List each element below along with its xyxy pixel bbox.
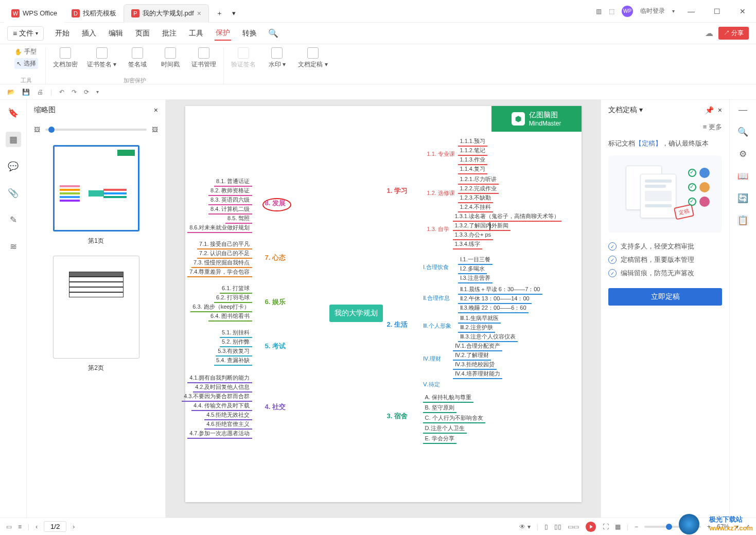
collapse-icon[interactable]: — [739, 105, 747, 115]
view-continuous[interactable]: ▯▯ [554, 523, 561, 530]
bookmark-icon[interactable]: 🔖 [6, 105, 21, 120]
page-input[interactable] [44, 521, 66, 532]
close-window-button[interactable]: ✕ [733, 7, 752, 15]
search-icon[interactable]: 🔍 [268, 28, 278, 38]
more-link[interactable]: ≡ 更多 [601, 120, 729, 132]
leaf: 5.4. 查漏补缺 [214, 356, 252, 366]
zoom-out-button[interactable]: − [635, 523, 638, 530]
leaf: D.注意个人卫生 [423, 424, 467, 434]
view-scroll-icon[interactable]: ≡ [18, 523, 22, 530]
leaf: B. 坚守原则 [423, 403, 456, 413]
finalize-cta-button[interactable]: 立即定稿 [608, 288, 722, 306]
print-icon[interactable]: 🖨 [37, 88, 43, 96]
menu-annotate[interactable]: 批注 [161, 27, 178, 40]
box-icon[interactable]: ⬚ [609, 8, 614, 15]
menu-protect[interactable]: 保护 [215, 26, 231, 41]
page-view[interactable]: ⬢ 亿图脑图 MindMaster 我的大学规划 1. 学习 1.1. 专业课 … [166, 100, 601, 518]
settings-icon[interactable]: ⚙ [739, 149, 747, 159]
finalize-icon [307, 47, 319, 59]
share-button[interactable]: ↗ 分享 [718, 27, 749, 40]
image-large-icon[interactable]: 🖼 [152, 126, 158, 133]
finalize-panel-header: 文档定稿 ▾ 📌 × [601, 100, 729, 120]
maximize-button[interactable]: ☐ [708, 7, 726, 15]
login-status[interactable]: 临时登录 [640, 7, 665, 15]
prev-page-button[interactable]: ‹ [36, 523, 38, 530]
branch-life: 2. 生活 [387, 320, 408, 329]
leaf: 4.3.不要因为要合群而合群 [182, 392, 252, 402]
comment-icon[interactable]: 💬 [6, 158, 21, 174]
thumbnails-icon[interactable]: ▦ [6, 132, 21, 147]
close-tab-button[interactable]: × [197, 9, 201, 17]
select-tool-label: 选择 [24, 59, 36, 68]
cert-mgr-label: 证书管理 [191, 60, 216, 69]
cert-mgr-button[interactable]: 证书管理 [191, 47, 216, 69]
panel-icon[interactable]: ▥ [596, 8, 602, 15]
menu-page[interactable]: 页面 [134, 27, 151, 40]
redo-icon[interactable]: ↷ [72, 88, 77, 96]
convert-icon[interactable]: 🔄 [737, 193, 748, 204]
tab-templates-label: 找稻壳模板 [83, 9, 116, 18]
open-icon[interactable]: 📂 [7, 88, 15, 96]
grid-icon[interactable]: ▦ [615, 523, 621, 530]
undo-icon[interactable]: ↶ [59, 88, 64, 96]
qbar-dropdown-icon[interactable]: ▾ [96, 89, 99, 95]
watermark-button[interactable]: 水印 ▾ [265, 47, 289, 69]
finalize-button[interactable]: 文档定稿 ▾ [298, 47, 327, 69]
select-tool[interactable]: ↖选择 [14, 58, 38, 69]
tab-home[interactable]: W WPS Office [4, 4, 64, 23]
play-icon[interactable] [585, 521, 596, 532]
menu-edit[interactable]: 编辑 [108, 27, 124, 40]
minimize-button[interactable]: — [682, 7, 700, 15]
thumbnails-list: 第1页 第2页 [27, 139, 165, 518]
fit-width-icon[interactable]: ⛶ [603, 523, 609, 530]
view-single-icon[interactable]: ▭ [6, 523, 12, 530]
eye-icon[interactable]: 👁 ▾ [519, 523, 530, 530]
next-page-button[interactable]: › [73, 523, 75, 530]
separator: | [28, 523, 29, 530]
view-single[interactable]: ▯ [544, 523, 548, 530]
tab-templates[interactable]: D 找稻壳模板 [64, 4, 124, 23]
thumb-size-slider[interactable] [45, 129, 147, 131]
page-thumb-1[interactable]: 第1页 [33, 145, 159, 245]
cert-sign-button[interactable]: 证书签名 ▾ [87, 47, 116, 69]
branch-dorm: 3. 宿舍 [387, 412, 408, 421]
file-menu[interactable]: ≡ 文件 ▾ [7, 26, 44, 41]
leaf: 1.1.1.预习 [458, 137, 488, 147]
close-thumbnails-button[interactable]: × [154, 106, 158, 114]
tab-dropdown[interactable]: ▾ [230, 4, 238, 23]
menu-insert[interactable]: 插入 [81, 27, 97, 40]
edit-icon[interactable]: ✎ [6, 212, 21, 227]
attachment-icon[interactable]: 📎 [6, 185, 21, 201]
leaf: 6.4. 图书馆看书 [208, 312, 252, 322]
verify-sign-button[interactable]: 验证签名 [231, 47, 256, 69]
book-icon[interactable]: 📖 [737, 171, 748, 182]
new-tab-button[interactable]: ＋ [209, 4, 230, 23]
finalize-rail-icon[interactable]: 📋 [737, 215, 748, 226]
brand-name-cn: 亿图脑图 [529, 111, 561, 120]
timestamp-button[interactable]: 时间戳 [159, 47, 182, 69]
tab-document[interactable]: P 我的大学规划.pdf × [124, 4, 209, 23]
save-icon[interactable]: 💾 [22, 88, 30, 96]
refresh-icon[interactable]: ⟳ [84, 88, 89, 96]
image-small-icon[interactable]: 🖼 [34, 126, 40, 133]
template-icon: D [72, 9, 80, 17]
encrypt-button[interactable]: 文档加密 [53, 47, 78, 69]
cloud-sync-icon[interactable]: ☁ [705, 28, 713, 38]
sign-field-button[interactable]: 签名域 [126, 47, 149, 69]
close-panel-button[interactable]: × [718, 106, 722, 114]
leaf: 7.1. 接受自己的平凡 [197, 240, 252, 249]
tab-document-label: 我的大学规划.pdf [143, 9, 194, 18]
view-double[interactable]: ▭▭ [568, 523, 579, 530]
login-dropdown-icon[interactable]: ▾ [672, 8, 675, 14]
leaf: C. 个人行为不影响舍友 [423, 414, 485, 423]
page-thumb-2[interactable]: 第2页 [33, 256, 159, 372]
menu-convert[interactable]: 转换 [241, 27, 258, 40]
thumbnails-tools: 🖼 🖼 [27, 120, 165, 139]
menu-start[interactable]: 开始 [54, 27, 71, 40]
menu-tools[interactable]: 工具 [188, 27, 204, 40]
pin-icon[interactable]: 📌 [705, 106, 714, 114]
layers-icon[interactable]: ≋ [6, 239, 21, 254]
user-avatar[interactable]: WP [622, 6, 633, 17]
zoom-icon[interactable]: 🔍 [737, 127, 748, 137]
hand-tool[interactable]: ✋手型 [14, 47, 37, 56]
